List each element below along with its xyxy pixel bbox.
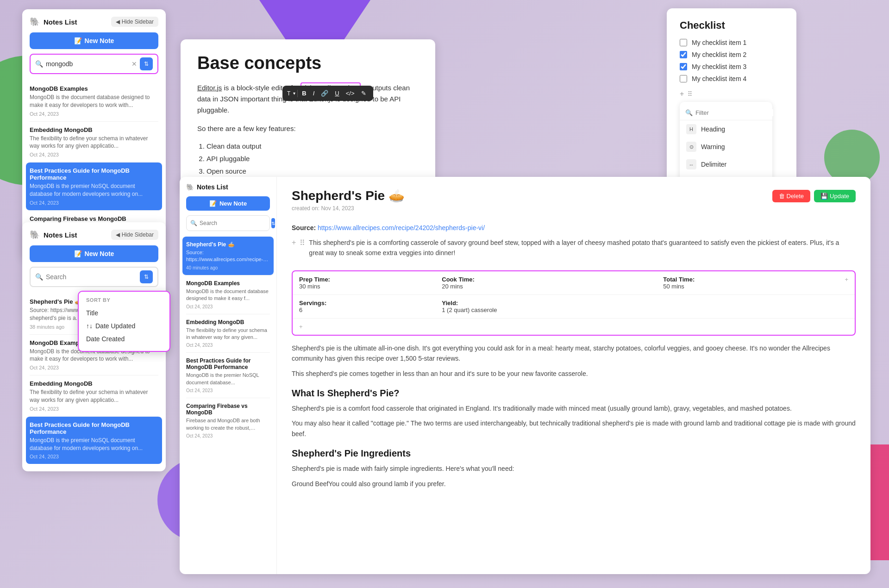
detail-sort-button[interactable]: ⇅	[271, 218, 275, 228]
note-title: Embedding MongoDB	[186, 319, 270, 325]
sort-option-title[interactable]: Title	[86, 307, 162, 319]
bottom-left-notes-panel: 🐘 Notes List ◀ Hide Sidebar 📝 New Note 🔍…	[22, 222, 166, 471]
inline-toolbar: T ▾ B I 🔗 U </> ✎	[282, 86, 373, 101]
note-preview: The flexibility to define your schema in…	[186, 327, 270, 341]
bottom-hide-sidebar-label: Hide Sidebar	[122, 231, 154, 238]
update-label: Update	[830, 193, 849, 200]
bottom-left-new-note-button[interactable]: 📝 New Note	[30, 245, 158, 262]
editor-content: Editor.js is a block-style editor for ri…	[197, 82, 419, 177]
bold-button[interactable]: B	[300, 88, 308, 98]
update-button[interactable]: 💾 Update	[814, 190, 856, 202]
delimiter-icon: --	[686, 159, 696, 169]
checklist-checkbox-3[interactable]	[680, 63, 687, 70]
elephant-icon-2: 🐘	[30, 230, 40, 240]
note-date: Oct 24, 2023	[30, 365, 158, 370]
note-item-mongodb-examples[interactable]: MongoDB Examples MongoDB is the document…	[30, 81, 158, 122]
panel-title-text: Notes List	[44, 18, 77, 26]
heading-label: Heading	[701, 125, 725, 133]
bottom-left-search-input[interactable]	[46, 273, 137, 281]
note-preview: MongoDB is the premier NoSQL document da…	[186, 372, 270, 386]
toolbar-type-label: T	[287, 90, 290, 97]
detail-new-note-label: New Note	[219, 200, 247, 207]
detail-created-date: created on: Nov 14, 2023	[292, 205, 405, 212]
clear-search-icon[interactable]: ✕	[131, 60, 137, 68]
search-icon-2: 🔍	[35, 273, 43, 281]
bottom-left-panel-header: 🐘 Notes List ◀ Hide Sidebar	[30, 230, 158, 240]
block-menu-filter: 🔍	[680, 106, 772, 120]
top-left-search-input[interactable]	[46, 60, 129, 68]
link-button[interactable]: 🔗	[319, 88, 331, 98]
underline-button[interactable]: U	[332, 88, 341, 98]
bottom-left-panel-title: 🐘 Notes List	[30, 230, 77, 240]
note-preview: The flexibility to define your schema in…	[30, 388, 158, 404]
add-block-icon[interactable]: +	[680, 90, 684, 98]
edit-button[interactable]: ✎	[359, 88, 369, 98]
sidebar-note-firebase[interactable]: Comparing Firebase vs MongoDB Firebase a…	[186, 398, 270, 443]
bottom-left-search-bar: 🔍 ⇅	[30, 267, 158, 287]
plus-icon: 📝	[74, 37, 82, 44]
delete-button[interactable]: 🗑 Delete	[772, 190, 811, 202]
note-date: Oct 24, 2023	[30, 152, 158, 157]
note-title: Embedding MongoDB	[30, 380, 158, 387]
hide-sidebar-button[interactable]: ◀ Hide Sidebar	[111, 17, 158, 27]
note-item-embedding-2[interactable]: Embedding MongoDB The flexibility to def…	[30, 375, 158, 417]
top-left-panel-header: 🐘 Notes List ◀ Hide Sidebar	[30, 17, 158, 27]
block-menu-warning[interactable]: ⊙ Warning	[680, 138, 772, 156]
sidebar-note-mongodb[interactable]: MongoDB Examples MongoDB is the document…	[186, 275, 270, 314]
sidebar-note-embedding[interactable]: Embedding MongoDB The flexibility to def…	[186, 314, 270, 353]
note-preview: Source: https://www.allrecipes.com/recip…	[186, 249, 270, 263]
sidebar-note-best-practices[interactable]: Best Practices Guide for MongoDB Perform…	[186, 353, 270, 398]
note-item-best-practices-active[interactable]: Best Practices Guide for MongoDB Perform…	[26, 163, 162, 211]
source-link[interactable]: https://www.allrecipes.com/recipe/24202/…	[318, 224, 485, 231]
section-1-body-2: You may also hear it called "cottage pie…	[292, 418, 856, 439]
block-menu-heading[interactable]: H Heading	[680, 120, 772, 138]
editor-text-1: Editor.js	[197, 84, 222, 92]
block-drag-icon[interactable]: ⠿	[300, 238, 305, 247]
bottom-left-sort-button[interactable]: ⇅	[140, 270, 153, 283]
note-preview: MongoDB is the premier NoSQL document da…	[30, 437, 158, 452]
note-title: Best Practices Guide for MongoDB Perform…	[30, 167, 158, 181]
search-icon: 🔍	[35, 60, 43, 68]
bottom-detail-panel: 🐘 Notes List 📝 New Note 🔍 ⇅ Shepherd's P…	[180, 177, 870, 574]
sort-option-date-updated[interactable]: ↑↓ Date Updated	[86, 319, 162, 332]
editor-ordered-list: Clean data output API pluggable Open sou…	[207, 140, 419, 177]
recipe-table: Prep Time: 30 mins Cook Time: 20 mins To…	[292, 270, 856, 336]
note-date: Oct 24, 2023	[186, 304, 270, 309]
cook-time-value: 20 mins	[442, 283, 650, 290]
code-button[interactable]: </>	[344, 88, 357, 98]
bottom-hide-sidebar-button[interactable]: ◀ Hide Sidebar	[111, 230, 158, 240]
note-item-best-practices-2[interactable]: Best Practices Guide for MongoDB Perform…	[26, 417, 162, 464]
section-2-body-2: Ground BeefYou could also ground lamb if…	[292, 479, 856, 489]
checklist-checkbox-1[interactable]	[680, 39, 687, 46]
sort-icon-2: ⇅	[144, 274, 149, 280]
detail-search-input[interactable]	[200, 220, 269, 226]
chevron-left-icon-2: ◀	[116, 231, 120, 238]
block-add-icon[interactable]: +	[292, 238, 296, 247]
checklist-item-1: My checklist item 1	[680, 39, 783, 46]
top-left-new-note-button[interactable]: 📝 New Note	[30, 32, 158, 49]
table-row-add-icon[interactable]: +	[299, 323, 303, 330]
chevron-down-icon: ▾	[293, 91, 295, 96]
block-menu-delimiter[interactable]: -- Delimiter	[680, 156, 772, 173]
checklist-item-3: My checklist item 3	[680, 63, 783, 70]
save-icon: 💾	[820, 193, 828, 200]
table-add-icon[interactable]: +	[845, 276, 848, 283]
checklist-checkbox-4[interactable]	[680, 75, 687, 82]
note-title: Embedding MongoDB	[30, 126, 158, 133]
top-left-sort-button[interactable]: ⇅	[140, 57, 153, 70]
sort-date-updated-label: Date Updated	[95, 322, 135, 330]
note-preview: The flexibility to define your schema in…	[30, 135, 158, 150]
sidebar-note-shepherds-pie[interactable]: Shepherd's Pie 🥧 Source: https://www.all…	[182, 237, 274, 275]
block-menu-filter-input[interactable]	[695, 109, 773, 116]
prep-time-value: 30 mins	[299, 283, 429, 290]
sort-option-date-created[interactable]: Date Created	[86, 332, 162, 345]
italic-button[interactable]: I	[311, 88, 317, 98]
checklist-checkbox-2[interactable]	[680, 51, 687, 58]
warning-icon: ⊙	[686, 142, 696, 152]
drag-block-icon[interactable]: ⠿	[688, 90, 692, 98]
note-item-embedding-mongodb[interactable]: Embedding MongoDB The flexibility to def…	[30, 122, 158, 163]
note-title: Comparing Firebase vs MongoDB	[30, 215, 158, 222]
top-left-notes-panel: 🐘 Notes List ◀ Hide Sidebar 📝 New Note 🔍…	[22, 9, 166, 258]
detail-new-note-button[interactable]: 📝 New Note	[186, 196, 270, 211]
top-left-search-bar: 🔍 ✕ ⇅	[30, 54, 158, 74]
